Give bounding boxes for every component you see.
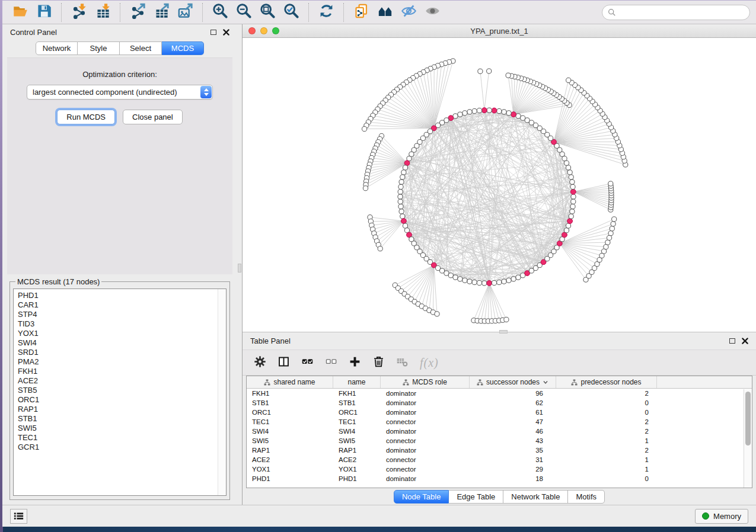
mcds-result-item[interactable]: ACE2 bbox=[18, 376, 222, 386]
tab-mcds[interactable]: MCDS bbox=[162, 41, 204, 55]
table-scrollbar[interactable] bbox=[744, 389, 752, 488]
select-stepper-icon bbox=[200, 86, 212, 98]
mcds-result-item[interactable]: FKH1 bbox=[18, 367, 222, 376]
network-view-window: YPA_prune.txt_1 bbox=[243, 24, 756, 332]
close-table-panel-icon[interactable] bbox=[742, 338, 748, 344]
export-network-icon bbox=[130, 3, 146, 21]
horizontal-splitter-handle[interactable] bbox=[499, 330, 508, 334]
column-header-successor-nodes[interactable]: successor nodes bbox=[470, 376, 556, 388]
mcds-result-item[interactable]: PHD1 bbox=[18, 291, 222, 300]
network-canvas[interactable] bbox=[243, 38, 756, 332]
run-mcds-button[interactable]: Run MCDS bbox=[57, 110, 115, 124]
splitter-handle[interactable] bbox=[238, 264, 241, 273]
cytoscape-window: Control Panel NetworkStyleSelectMCDS Opt… bbox=[2, 0, 756, 527]
delete-column-button[interactable] bbox=[372, 355, 385, 370]
zoom-fit-button[interactable] bbox=[256, 2, 279, 23]
mcds-result-list[interactable]: PHD1CAR1STP4TID3YOX1SWI4SRD1PMA2FKH1ACE2… bbox=[13, 289, 227, 496]
cell-shared-name: SWI4 bbox=[247, 428, 333, 435]
float-table-panel-icon[interactable] bbox=[729, 338, 735, 344]
table-settings-button[interactable] bbox=[254, 355, 266, 370]
refresh-layout-button[interactable] bbox=[314, 2, 338, 23]
export-network-button[interactable] bbox=[126, 2, 149, 23]
task-history-button[interactable] bbox=[10, 509, 27, 524]
result-list-scrollbar[interactable] bbox=[218, 289, 226, 495]
tab-motifs[interactable]: Motifs bbox=[568, 490, 605, 504]
table-scrollbar-thumb[interactable] bbox=[745, 392, 751, 446]
save-session-button[interactable] bbox=[32, 2, 56, 23]
import-table-button[interactable] bbox=[91, 2, 114, 23]
cell-successor-nodes: 43 bbox=[470, 437, 556, 444]
table-row[interactable]: RAP1RAP1dominator352 bbox=[247, 446, 752, 455]
column-header-shared-name[interactable]: shared name bbox=[247, 376, 333, 388]
mcds-result-item[interactable]: SWI5 bbox=[18, 424, 222, 433]
close-window-button[interactable] bbox=[248, 27, 256, 34]
table-row[interactable]: SWI4SWI4dominator462 bbox=[247, 427, 752, 436]
tab-style[interactable]: Style bbox=[78, 41, 120, 55]
table-row[interactable]: ACE2ACE2connector311 bbox=[247, 455, 752, 464]
table-row[interactable]: FKH1FKH1dominator962 bbox=[247, 389, 752, 398]
open-file-button[interactable] bbox=[8, 2, 32, 23]
cell-MCDS-role: connector bbox=[381, 456, 470, 463]
minimize-window-button[interactable] bbox=[260, 27, 267, 34]
table-row[interactable]: TEC1TEC1connector472 bbox=[247, 417, 752, 427]
zoom-in-button[interactable] bbox=[208, 2, 232, 23]
mcds-result-item[interactable]: ORC1 bbox=[18, 395, 222, 405]
mcds-result-item[interactable]: CAR1 bbox=[18, 300, 222, 310]
tab-node-table[interactable]: Node Table bbox=[394, 490, 449, 504]
vertical-splitter[interactable] bbox=[237, 24, 243, 505]
tab-select[interactable]: Select bbox=[120, 41, 162, 55]
table-row[interactable]: ORC1ORC1dominator610 bbox=[247, 408, 752, 417]
split-columns-button[interactable] bbox=[277, 355, 290, 370]
float-panel-icon[interactable] bbox=[210, 30, 216, 35]
column-header-name[interactable]: name bbox=[333, 376, 381, 388]
add-column-button[interactable] bbox=[349, 355, 361, 370]
mcds-result-item[interactable]: PMA2 bbox=[18, 357, 222, 367]
table-row[interactable]: SWI5SWI5connector431 bbox=[247, 436, 752, 446]
mcds-result-item[interactable]: STB1 bbox=[18, 414, 222, 424]
mcds-result-item[interactable]: GCR1 bbox=[18, 443, 222, 452]
control-panel-title: Control Panel bbox=[10, 28, 57, 37]
network-window-titlebar[interactable]: YPA_prune.txt_1 bbox=[243, 24, 756, 38]
zoom-out-button[interactable] bbox=[232, 2, 256, 23]
mcds-result-item[interactable]: YOX1 bbox=[18, 329, 222, 338]
mcds-result-item[interactable]: RAP1 bbox=[18, 405, 222, 414]
zoom-window-button[interactable] bbox=[272, 27, 279, 34]
mcds-result-item[interactable]: STB5 bbox=[18, 386, 222, 395]
column-header-MCDS-role[interactable]: MCDS role bbox=[381, 376, 470, 388]
network-graph[interactable] bbox=[243, 38, 756, 332]
split-columns-icon bbox=[277, 355, 290, 370]
mcds-result-item[interactable]: SRD1 bbox=[18, 348, 222, 357]
cell-successor-nodes: 62 bbox=[470, 399, 556, 406]
cell-name: ORC1 bbox=[333, 409, 381, 416]
mcds-result-item[interactable]: STP4 bbox=[18, 310, 222, 319]
close-panel-icon[interactable] bbox=[223, 29, 229, 36]
search-box[interactable] bbox=[602, 5, 750, 20]
mcds-result-item[interactable]: TEC1 bbox=[18, 433, 222, 443]
table-row[interactable]: STB1STB1dominator620 bbox=[247, 398, 752, 408]
criterion-select[interactable]: largest connected component (undirected) bbox=[27, 85, 213, 100]
column-header-predecessor-nodes[interactable]: predecessor nodes bbox=[556, 376, 657, 388]
clone-network-button[interactable] bbox=[349, 2, 373, 23]
cell-MCDS-role: dominator bbox=[381, 475, 470, 482]
search-input[interactable] bbox=[619, 8, 744, 17]
export-table-button[interactable] bbox=[149, 2, 173, 23]
mcds-result-item[interactable]: TID3 bbox=[18, 319, 222, 329]
show-all-button[interactable] bbox=[420, 2, 444, 23]
memory-button[interactable]: Memory bbox=[695, 509, 748, 524]
zoom-selected-button[interactable] bbox=[279, 2, 303, 23]
mcds-result-item[interactable]: SWI4 bbox=[18, 338, 222, 348]
table-row[interactable]: YOX1YOX1connector291 bbox=[247, 464, 752, 474]
tab-network[interactable]: Network bbox=[36, 41, 78, 55]
toolbar-separator bbox=[343, 3, 344, 22]
hide-selected-button[interactable] bbox=[397, 2, 420, 23]
import-network-button[interactable] bbox=[67, 2, 91, 23]
close-panel-button[interactable]: Close panel bbox=[123, 110, 183, 124]
tab-network-table[interactable]: Network Table bbox=[503, 490, 568, 504]
add-column-icon bbox=[349, 355, 361, 370]
tab-edge-table[interactable]: Edge Table bbox=[449, 490, 503, 504]
export-image-button[interactable] bbox=[173, 2, 197, 23]
unselect-all-columns-button[interactable] bbox=[325, 355, 337, 370]
first-neighbors-button[interactable] bbox=[373, 2, 397, 23]
table-row[interactable]: PHD1PHD1dominator180 bbox=[247, 474, 752, 483]
select-all-columns-button[interactable] bbox=[301, 355, 314, 370]
